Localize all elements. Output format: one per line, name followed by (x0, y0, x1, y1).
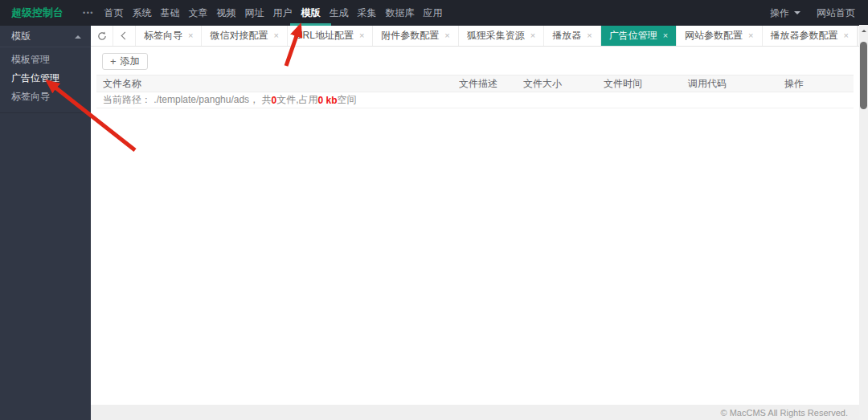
tab-label: 狐狸采集资源 (467, 29, 525, 43)
tab-ad-management[interactable]: 广告位管理× (601, 26, 677, 46)
sidebar-item-template-management[interactable]: 模板管理 (0, 51, 91, 69)
chevron-left-icon (121, 32, 129, 40)
topnav-item-generate[interactable]: 生成 (325, 0, 353, 26)
site-home-link[interactable]: 网站首页 (817, 6, 855, 20)
caret-down-icon (794, 11, 800, 18)
topnav-item-article[interactable]: 文章 (184, 0, 212, 26)
refresh-icon (97, 31, 107, 41)
tab-list: 标签向导×微信对接配置×URL地址配置×附件参数配置×狐狸采集资源×播放器×广告… (136, 26, 858, 46)
tab-close-icon[interactable]: × (587, 31, 592, 40)
tab-wechat-config[interactable]: 微信对接配置× (202, 26, 287, 46)
scrollbar-thumb[interactable] (860, 42, 867, 109)
tab-label: 播放器 (552, 29, 581, 43)
space-suffix: 空间 (337, 93, 356, 107)
tab-label: 附件参数配置 (381, 29, 439, 43)
tab-site-params[interactable]: 网站参数配置× (677, 26, 762, 46)
tab-label: 网站参数配置 (685, 29, 743, 43)
column-header: 操作 (778, 77, 854, 91)
topnav-item-template[interactable]: 模版 (297, 0, 325, 26)
tab-attachment-params[interactable]: 附件参数配置× (373, 26, 458, 46)
tab-label: URL地址配置 (296, 29, 354, 43)
tab-label: 广告位管理 (609, 29, 657, 43)
sidebar: 模版 模板管理广告位管理标签向导 (0, 26, 91, 420)
tab-collect-resource[interactable]: 狐狸采集资源× (459, 26, 544, 46)
column-header: 文件描述 (452, 77, 517, 91)
path-value: ./template/panghu/ads， 共 (154, 93, 271, 107)
plus-icon: + (110, 56, 117, 67)
space-used: 0 kb (317, 95, 337, 106)
tab-player-params[interactable]: 播放器参数配置× (763, 26, 858, 46)
topnav-item-database[interactable]: 数据库 (381, 0, 419, 26)
tab-player[interactable]: 播放器× (544, 26, 600, 46)
column-header: 文件大小 (517, 77, 597, 91)
scrollbar-up-button[interactable] (859, 25, 868, 35)
topbar-action-label: 操作 (770, 6, 789, 20)
footer: © MacCMS All Rights Reserved. (91, 405, 859, 420)
tab-label: 播放器参数配置 (771, 29, 838, 43)
sidebar-item-ad-management[interactable]: 广告位管理 (0, 69, 91, 88)
add-button[interactable]: + 添加 (102, 53, 148, 70)
tab-close-icon[interactable]: × (273, 31, 278, 40)
main-area: 标签向导×微信对接配置×URL地址配置×附件参数配置×狐狸采集资源×播放器×广告… (91, 26, 859, 420)
scroll-tabs-left-button[interactable] (113, 26, 136, 46)
refresh-tabs-button[interactable] (91, 26, 113, 46)
tab-content: + 添加 文件名称文件描述文件大小文件时间调用代码操作 当前路径： ./temp… (91, 47, 859, 108)
brand-logo: 超级控制台 (0, 6, 77, 20)
tab-close-icon[interactable]: × (359, 31, 364, 40)
tab-label: 微信对接配置 (210, 29, 268, 43)
table-header-row: 文件名称文件描述文件大小文件时间调用代码操作 (96, 75, 854, 92)
tab-tag-wizard[interactable]: 标签向导× (136, 26, 202, 46)
topnav-item-app[interactable]: 应用 (419, 0, 447, 26)
scrollbar[interactable] (859, 25, 868, 420)
path-label: 当前路径： (103, 93, 154, 107)
tab-close-icon[interactable]: × (748, 31, 753, 40)
topnav-item-home[interactable]: 首页 (100, 0, 128, 26)
sidebar-section-template[interactable]: 模版 (0, 26, 91, 47)
topnav-item-system[interactable]: 系统 (128, 0, 156, 26)
topnav-item-basic[interactable]: 基础 (156, 0, 184, 26)
more-menu-icon[interactable]: ••• (77, 9, 100, 17)
topbar-action-dropdown[interactable]: 操作 (770, 6, 800, 20)
column-header: 调用代码 (682, 77, 778, 91)
topbar-right: 操作 网站首页 (770, 6, 868, 20)
path-status-row: 当前路径： ./template/panghu/ads， 共0文件,占用0 kb… (96, 92, 854, 108)
topnav-item-url[interactable]: 网址 (240, 0, 268, 26)
sidebar-menu: 模板管理广告位管理标签向导 (0, 47, 91, 113)
add-button-label: 添加 (121, 55, 140, 68)
copyright-text: © MacCMS All Rights Reserved. (721, 408, 849, 418)
count-suffix: 文件,占用 (276, 93, 317, 107)
sidebar-section-label: 模版 (11, 30, 31, 43)
chevron-up-icon (75, 32, 81, 39)
tab-url-config[interactable]: URL地址配置× (288, 26, 373, 46)
tab-close-icon[interactable]: × (444, 31, 449, 40)
topnav-item-video[interactable]: 视频 (212, 0, 240, 26)
tabbar: 标签向导×微信对接配置×URL地址配置×附件参数配置×狐狸采集资源×播放器×广告… (91, 26, 859, 47)
tab-label: 标签向导 (144, 29, 182, 43)
tab-close-icon[interactable]: × (188, 31, 193, 40)
file-table: 文件名称文件描述文件大小文件时间调用代码操作 当前路径： ./template/… (96, 75, 854, 108)
tab-close-icon[interactable]: × (530, 31, 535, 40)
sidebar-item-tag-wizard[interactable]: 标签向导 (0, 88, 91, 106)
topnav-item-collect[interactable]: 采集 (353, 0, 381, 26)
file-count: 0 (271, 95, 276, 106)
topbar: 超级控制台 ••• 首页系统基础文章视频网址用户模版生成采集数据库应用 操作 网… (0, 0, 868, 26)
tab-close-icon[interactable]: × (663, 31, 668, 40)
tab-close-icon[interactable]: × (844, 31, 849, 40)
topnav: 首页系统基础文章视频网址用户模版生成采集数据库应用 (100, 0, 447, 26)
column-header: 文件时间 (597, 77, 682, 91)
scrollbar-up-icon (862, 27, 866, 32)
topnav-item-user[interactable]: 用户 (268, 0, 297, 26)
column-header: 文件名称 (96, 77, 452, 91)
